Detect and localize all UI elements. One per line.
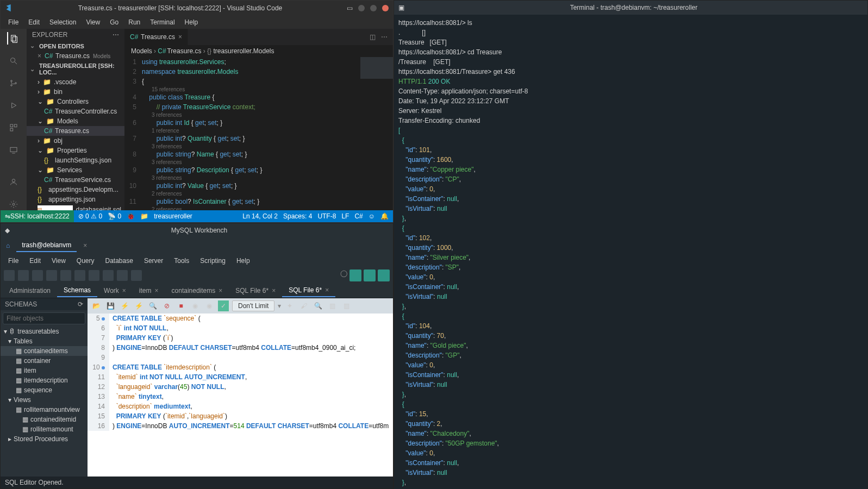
terminal-body[interactable]: https://localhost:8081/> ls. []Treasure … [394,15,867,489]
tab-treasure-cs[interactable]: C# Treasure.cs × [124,29,188,45]
file-tab[interactable]: SQL File 6* × [282,284,335,297]
stop-icon[interactable]: ⊘ [161,300,172,311]
tree-item[interactable]: ⌄ 📁Properties [27,146,124,155]
feedback-icon[interactable]: ☺ [369,212,375,220]
tool-icon[interactable] [117,270,128,281]
close-button[interactable] [382,5,389,11]
tree-item[interactable]: › 📁.vscode [27,77,124,87]
close-icon[interactable]: × [38,52,41,60]
schema-tree-item[interactable]: ▦ containeditems [1,346,88,356]
minimap[interactable] [360,57,393,79]
nav-tab-schemas[interactable]: Schemas [57,284,97,297]
tab-close-icon[interactable]: × [122,287,126,294]
account-icon[interactable] [7,175,20,188]
menu-tools[interactable]: Tools [170,256,193,266]
file-tab[interactable]: SQL File 6* × [229,284,282,297]
open-icon[interactable]: 📂 [91,300,102,311]
execute-icon[interactable]: ⚡ [119,300,130,311]
tree-item[interactable]: C#Treasure.cs [27,126,124,136]
ports-status[interactable]: 📡 0 [108,212,121,220]
stop-icon[interactable]: ■ [176,300,186,311]
language-status[interactable]: C# [354,212,363,220]
file-tab[interactable]: item × [133,284,165,297]
bookmark-icon[interactable]: ▭ [347,4,353,12]
explorer-icon[interactable] [7,32,20,45]
codelens[interactable]: 3 references [124,159,390,165]
open-sql-icon[interactable] [18,270,29,281]
filter-input[interactable] [3,312,85,324]
eol-status[interactable]: LF [341,212,349,220]
project-name[interactable]: treasureroller [154,212,192,220]
menu-file[interactable]: File [4,17,23,27]
tree-item[interactable]: C#TreasureController.cs [27,106,124,116]
menu-edit[interactable]: Edit [25,256,45,266]
tab-close-icon[interactable]: × [272,287,276,294]
tree-item[interactable]: › 📁bin [27,87,124,97]
menu-edit[interactable]: Edit [24,17,44,27]
source-control-icon[interactable] [7,77,20,89]
bell-icon[interactable]: 🔔 [380,212,389,220]
debug-icon[interactable] [7,99,20,111]
menu-run[interactable]: Run [124,17,145,27]
rollback-icon[interactable]: ◉ [204,300,215,311]
find-icon[interactable]: 🔍 [313,300,323,311]
extensions-icon[interactable] [7,121,20,134]
menu-selection[interactable]: Selection [45,17,80,27]
file-tab[interactable]: Work × [97,284,133,297]
explain-icon[interactable]: 🔍 [147,300,158,311]
nav-tab-administration[interactable]: Administration [3,285,57,297]
refresh-icon[interactable]: ⟳ [78,300,83,308]
home-icon[interactable]: ⌂ [6,242,10,249]
menu-server[interactable]: Server [140,256,167,266]
search-icon[interactable] [7,54,20,67]
tree-item[interactable]: ▤databaseinit.sql [27,204,124,210]
workspace-section[interactable]: TREASUREROLLER [SSH: LOC... [27,61,124,77]
codelens[interactable]: 2 references [124,191,390,197]
encoding-status[interactable]: UTF-8 [317,212,336,220]
sql-text-area[interactable]: 5 CREATE TABLE `sequence` (6 `i` int NOT… [88,314,393,477]
panel-left-button[interactable] [349,269,361,281]
open-editor-item[interactable]: × C# Treasure.cs Models [27,51,124,61]
codelens[interactable]: 3 references [124,143,390,149]
tree-item[interactable]: {}launchSettings.json [27,155,124,165]
codelens[interactable]: 3 references [124,175,390,181]
settings-icon[interactable] [7,198,20,210]
schema-tree-item[interactable]: ▦ rollitemamount [1,424,88,434]
remote-icon[interactable] [7,143,20,156]
menu-file[interactable]: File [4,256,23,266]
more-icon[interactable]: ⋯ [113,31,119,39]
tree-item[interactable]: ⌄ 📁Models [27,116,124,126]
codelens[interactable]: 3 references [124,112,390,118]
menu-help[interactable]: Help [180,17,203,27]
inspect-icon[interactable] [32,270,43,281]
codelens[interactable]: 1 reference [124,128,390,134]
schema-tree-item[interactable]: ▦ itemdescription [1,375,88,385]
tab-close-icon[interactable]: × [83,242,87,249]
codelens[interactable]: 2 references [124,206,390,210]
tool-icon[interactable]: ▥ [327,300,338,311]
commit-icon[interactable]: ◉ [190,300,201,311]
tool-icon[interactable] [74,270,85,281]
split-icon[interactable]: ◫ [370,33,376,41]
menu-database[interactable]: Database [101,256,138,266]
schema-tree-item[interactable]: ▦ sequence [1,385,88,395]
panel-right-button[interactable] [378,269,390,281]
open-editors-section[interactable]: OPEN EDITORS [27,41,124,51]
tool-icon[interactable] [131,270,142,281]
breadcrumb[interactable]: Models › C# Treasure.cs › {} treasurerol… [124,45,393,57]
maximize-button[interactable] [370,5,377,11]
indent-status[interactable]: Spaces: 4 [283,212,312,220]
save-icon[interactable]: 💾 [105,300,116,311]
beautify-icon[interactable]: ✦ [284,300,295,311]
panel-bottom-button[interactable] [364,269,376,281]
tab-close-icon[interactable]: × [178,33,182,41]
tool-icon[interactable] [60,270,71,281]
folder-icon[interactable]: 📁 [140,212,148,220]
menu-scripting[interactable]: Scripting [196,256,230,266]
menu-view[interactable]: View [47,256,70,266]
tree-item[interactable]: ⌄ 📁Controllers [27,97,124,106]
more-icon[interactable]: ⋯ [381,33,388,41]
schema-tree-item[interactable]: ▾ 🛢 treasuretables [1,327,88,336]
limit-dropdown[interactable]: Don't Limit [232,300,274,311]
menu-query[interactable]: Query [72,256,99,266]
